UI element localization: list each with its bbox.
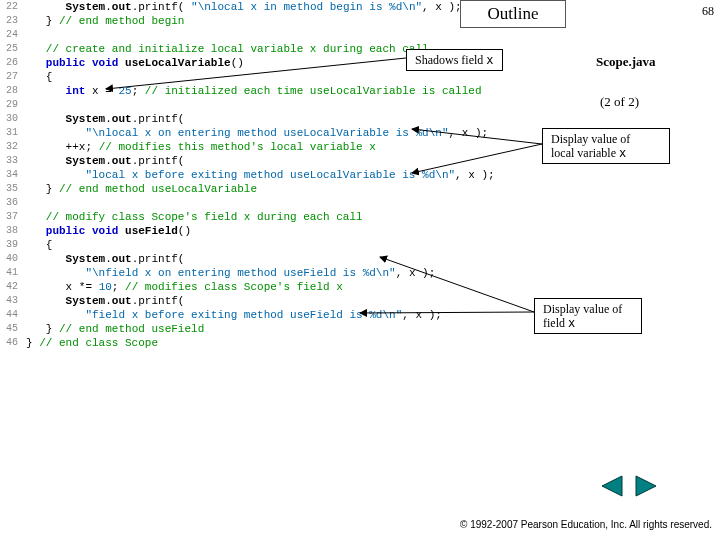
line-number: 29: [0, 98, 26, 112]
code-line: 38 public void useField(): [0, 224, 720, 238]
outline-label: Outline: [488, 4, 539, 24]
line-number: 27: [0, 70, 26, 84]
code-line: 30 System.out.printf(: [0, 112, 720, 126]
line-number: 45: [0, 322, 26, 336]
line-number: 25: [0, 42, 26, 56]
page-number: 68: [702, 4, 714, 19]
callout-text: field: [543, 316, 568, 330]
line-number: 28: [0, 84, 26, 98]
code-content: public void useField(): [26, 224, 191, 238]
outline-box: Outline: [460, 0, 566, 28]
prev-button[interactable]: [598, 474, 624, 502]
code-content: "\nlocal x on entering method useLocalVa…: [26, 126, 488, 140]
line-number: 22: [0, 0, 26, 14]
callout-shadows: Shadows field x: [406, 49, 503, 71]
triangle-left-icon: [598, 474, 624, 498]
code-content: "local x before exiting method useLocalV…: [26, 168, 495, 182]
line-number: 41: [0, 266, 26, 280]
code-content: System.out.printf(: [26, 154, 184, 168]
code-content: // create and initialize local variable …: [26, 42, 429, 56]
code-line: 41 "\nfield x on entering method useFiel…: [0, 266, 720, 280]
line-number: 35: [0, 182, 26, 196]
callout-code: x: [568, 316, 575, 330]
callout-code: x: [486, 53, 493, 67]
line-number: 38: [0, 224, 26, 238]
page-indicator: (2 of 2): [600, 94, 639, 110]
line-number: 43: [0, 294, 26, 308]
copyright: © 1992-2007 Pearson Education, Inc. All …: [460, 519, 712, 530]
code-content: ++x; // modifies this method's local var…: [26, 140, 376, 154]
line-number: 31: [0, 126, 26, 140]
triangle-right-icon: [634, 474, 660, 498]
code-line: 35 } // end method useLocalVariable: [0, 182, 720, 196]
code-line: 39 {: [0, 238, 720, 252]
callout-text: Display value of: [551, 132, 630, 146]
code-line: 23 } // end method begin: [0, 14, 720, 28]
code-content: public void useLocalVariable(): [26, 56, 244, 70]
line-number: 39: [0, 238, 26, 252]
line-number: 37: [0, 210, 26, 224]
next-button[interactable]: [634, 474, 660, 502]
code-content: // modify class Scope's field x during e…: [26, 210, 363, 224]
line-number: 26: [0, 56, 26, 70]
code-content: } // end method begin: [26, 14, 184, 28]
code-content: "field x before exiting method useField …: [26, 308, 442, 322]
callout-display-field: Display value of field x: [534, 298, 642, 334]
callout-text: Shadows field: [415, 53, 486, 67]
code-content: System.out.printf(: [26, 294, 184, 308]
callout-display-local: Display value of local variable x: [542, 128, 670, 164]
code-content: {: [26, 238, 52, 252]
code-content: int x = 25; // initialized each time use…: [26, 84, 482, 98]
line-number: 46: [0, 336, 26, 350]
code-line: 24: [0, 28, 720, 42]
code-content: {: [26, 70, 52, 84]
code-line: 34 "local x before exiting method useLoc…: [0, 168, 720, 182]
code-content: System.out.printf(: [26, 252, 184, 266]
code-content: x *= 10; // modifies class Scope's field…: [26, 280, 343, 294]
code-line: 42 x *= 10; // modifies class Scope's fi…: [0, 280, 720, 294]
line-number: 34: [0, 168, 26, 182]
code-line: 40 System.out.printf(: [0, 252, 720, 266]
code-content: "\nfield x on entering method useField i…: [26, 266, 435, 280]
file-name: Scope.java: [596, 54, 656, 70]
code-content: System.out.printf(: [26, 112, 184, 126]
line-number: 30: [0, 112, 26, 126]
code-line: 37 // modify class Scope's field x durin…: [0, 210, 720, 224]
line-number: 33: [0, 154, 26, 168]
code-line: 46} // end class Scope: [0, 336, 720, 350]
code-line: 36: [0, 196, 720, 210]
nav-buttons: [598, 474, 660, 502]
line-number: 23: [0, 14, 26, 28]
code-content: System.out.printf( "\nlocal x in method …: [26, 0, 462, 14]
code-line: 27 {: [0, 70, 720, 84]
callout-code: x: [619, 146, 626, 160]
line-number: 42: [0, 280, 26, 294]
code-content: } // end method useField: [26, 322, 204, 336]
code-content: } // end method useLocalVariable: [26, 182, 257, 196]
callout-text: Display value of: [543, 302, 622, 316]
code-line: 22 System.out.printf( "\nlocal x in meth…: [0, 0, 720, 14]
line-number: 32: [0, 140, 26, 154]
line-number: 44: [0, 308, 26, 322]
callout-text: local variable: [551, 146, 619, 160]
line-number: 36: [0, 196, 26, 210]
code-content: } // end class Scope: [26, 336, 158, 350]
line-number: 40: [0, 252, 26, 266]
line-number: 24: [0, 28, 26, 42]
